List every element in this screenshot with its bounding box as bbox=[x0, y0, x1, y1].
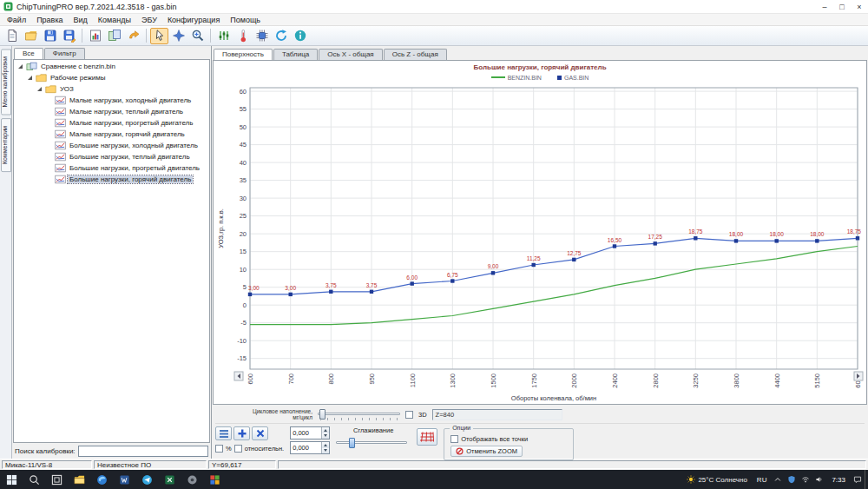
sync-ecu-button[interactable] bbox=[272, 28, 290, 44]
tray-overflow-button[interactable] bbox=[771, 470, 785, 489]
pinned-app-3-button[interactable] bbox=[113, 470, 135, 489]
menu-item-2[interactable]: Правка bbox=[31, 14, 68, 25]
zoom-tool-button[interactable] bbox=[188, 28, 207, 44]
value-spinbox[interactable]: 0,000 bbox=[290, 426, 330, 439]
spin-down-button[interactable] bbox=[322, 448, 329, 454]
pinned-app-4-button[interactable] bbox=[135, 470, 158, 489]
save-as-button[interactable] bbox=[60, 28, 78, 44]
cursor-mode-button[interactable] bbox=[150, 28, 168, 44]
calibration-tune-button[interactable] bbox=[214, 28, 233, 44]
ecu-chip-button[interactable] bbox=[253, 28, 271, 44]
expand-arrow-icon[interactable] bbox=[36, 85, 43, 93]
open-file-button[interactable] bbox=[22, 28, 40, 44]
close-button[interactable]: × bbox=[851, 0, 868, 13]
interpolation-grid-button[interactable] bbox=[417, 428, 437, 446]
svg-text:9,00: 9,00 bbox=[488, 263, 499, 269]
spin-arrows[interactable] bbox=[321, 427, 329, 439]
spin-arrows[interactable] bbox=[321, 442, 329, 453]
file-explorer-button[interactable] bbox=[68, 470, 90, 489]
sidebar-tab[interactable]: Фильтр bbox=[44, 48, 85, 59]
expand-arrow-icon[interactable] bbox=[16, 63, 24, 70]
sidebar-tab[interactable]: Все bbox=[14, 48, 43, 59]
start-button[interactable] bbox=[0, 470, 23, 489]
vertical-tab-2[interactable]: Комментарии bbox=[1, 118, 11, 172]
security-tray-icon[interactable] bbox=[785, 470, 799, 489]
tree-item[interactable]: Рабочие режимы bbox=[14, 72, 209, 83]
chart-scroll-right-button[interactable] bbox=[854, 372, 863, 380]
tree-item[interactable]: Малые нагрузки, холодный двигатель bbox=[14, 95, 209, 106]
taskbar-left bbox=[0, 470, 226, 489]
search-button[interactable] bbox=[23, 470, 45, 489]
menu-item-5[interactable]: ЭБУ bbox=[136, 14, 162, 25]
tree-item[interactable]: Большие нагрузки, теплый двигатель bbox=[14, 151, 209, 162]
table-mode-button[interactable] bbox=[215, 426, 232, 440]
svg-text:3800: 3800 bbox=[733, 373, 740, 388]
vertical-tab-1[interactable]: Меню калибровки bbox=[1, 49, 11, 115]
offset-spinbox[interactable]: 0,000 bbox=[290, 441, 330, 454]
maximize-button[interactable]: □ bbox=[833, 0, 851, 13]
search-input[interactable] bbox=[78, 446, 208, 457]
edge-browser-button[interactable] bbox=[90, 470, 113, 489]
tree-item[interactable]: Сравнение с benzin.bin bbox=[14, 61, 209, 72]
tree-item[interactable]: Малые нагрузки, горячий двигатель bbox=[14, 129, 209, 140]
menu-item-1[interactable]: Файл bbox=[2, 14, 31, 25]
taskbar-clock[interactable]: 7:33 bbox=[826, 470, 851, 489]
chart-scroll-left-button[interactable] bbox=[234, 372, 243, 380]
pinned-app-6-button[interactable] bbox=[181, 470, 203, 489]
view-tab[interactable]: Ось X - общая bbox=[319, 49, 382, 60]
expand-arrow-icon[interactable] bbox=[26, 74, 34, 82]
menu-item-3[interactable]: Вид bbox=[69, 14, 93, 25]
show-all-points-checkbox[interactable] bbox=[450, 435, 458, 443]
menu-item-6[interactable]: Конфигурация bbox=[162, 14, 225, 25]
action-center-button[interactable] bbox=[851, 470, 865, 489]
volume-tray-icon[interactable] bbox=[812, 470, 826, 489]
spin-down-button[interactable] bbox=[322, 433, 329, 439]
undo-button[interactable] bbox=[124, 28, 142, 44]
pinned-app-5-button[interactable] bbox=[158, 470, 181, 489]
language-indicator[interactable]: RU bbox=[753, 470, 772, 489]
tree-item[interactable]: Большие нагрузки, холодный двигатель bbox=[14, 140, 209, 151]
view-tab[interactable]: Поверхность bbox=[214, 49, 273, 60]
new-file-button[interactable] bbox=[3, 28, 21, 44]
compare-files-button[interactable] bbox=[105, 28, 123, 44]
info-button[interactable] bbox=[291, 28, 309, 44]
percent-checkbox[interactable] bbox=[215, 445, 223, 453]
view-tab[interactable]: Ось Z - общая bbox=[384, 49, 447, 60]
tree-item[interactable]: Малые нагрузки, прогретый двигатель bbox=[14, 117, 209, 129]
navigator-button[interactable] bbox=[169, 28, 187, 44]
task-view-button[interactable] bbox=[45, 470, 68, 489]
pinned-app-7-button[interactable] bbox=[203, 470, 226, 489]
tree-item[interactable]: Малые нагрузки, теплый двигатель bbox=[14, 106, 209, 117]
menu-item-4[interactable]: Команды bbox=[93, 14, 136, 25]
tree-item[interactable]: Большие нагрузки, прогретый двигатель bbox=[14, 162, 209, 174]
temperature-button[interactable] bbox=[233, 28, 252, 44]
tree-item[interactable]: Большие нагрузки, горячий двигатель bbox=[14, 174, 209, 185]
3d-checkbox[interactable] bbox=[405, 411, 413, 419]
tree-item[interactable]: УОЗ bbox=[14, 83, 209, 95]
minimize-button[interactable]: – bbox=[816, 0, 833, 13]
relative-checkbox[interactable] bbox=[234, 445, 242, 453]
toolbar-separator bbox=[146, 29, 147, 43]
chart-plot[interactable]: -15-10-505101520253035404550556060070080… bbox=[215, 83, 865, 404]
network-tray-icon[interactable] bbox=[799, 470, 812, 489]
smoothing-slider[interactable] bbox=[336, 436, 407, 450]
chiptuningpro-window: ChipTuningPRO вер.7.2021.42.3518 - gas.b… bbox=[0, 0, 868, 470]
save-file-button[interactable] bbox=[41, 28, 59, 44]
status-filler bbox=[278, 460, 866, 469]
legend-item: BENZIN.BIN bbox=[491, 75, 542, 81]
delete-point-button[interactable] bbox=[252, 426, 268, 440]
chart-area: -15-10-505101520253035404550556060070080… bbox=[214, 83, 866, 404]
slider-thumb[interactable] bbox=[349, 438, 355, 448]
svg-text:45: 45 bbox=[240, 141, 247, 149]
app-logo-icon bbox=[3, 2, 13, 11]
report-button[interactable] bbox=[86, 28, 104, 44]
smoothing-column: Сглаживание bbox=[336, 426, 411, 450]
add-point-button[interactable] bbox=[233, 426, 250, 440]
show-desktop-button[interactable] bbox=[865, 470, 868, 489]
menu-item-7[interactable]: Помощь bbox=[225, 14, 266, 25]
windows-taskbar: 25°C Солнечно RU 7:33 bbox=[0, 470, 868, 489]
weather-widget[interactable]: 25°C Солнечно bbox=[681, 470, 752, 489]
undo-zoom-button[interactable]: Отменить ZOOM bbox=[450, 446, 523, 457]
z-axis-slider[interactable] bbox=[318, 407, 400, 421]
view-tab[interactable]: Таблица bbox=[273, 49, 318, 60]
